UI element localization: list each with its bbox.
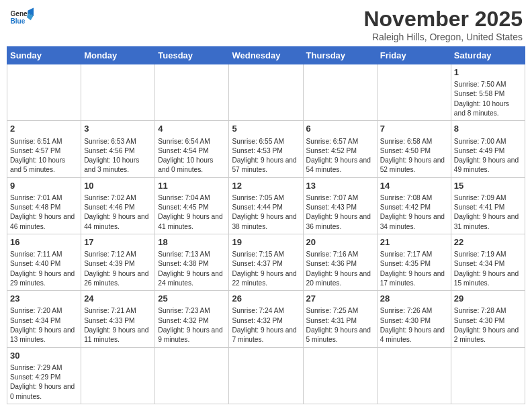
weekday-header-friday: Friday	[377, 47, 451, 64]
calendar-cell	[81, 347, 155, 404]
week-row-5: 23Sunrise: 7:20 AM Sunset: 4:34 PM Dayli…	[7, 291, 525, 347]
calendar-cell: 19Sunrise: 7:15 AM Sunset: 4:37 PM Dayli…	[229, 234, 303, 290]
logo-area: General Blue	[9, 7, 34, 31]
cell-content: Sunrise: 7:21 AM Sunset: 4:33 PM Dayligh…	[84, 306, 152, 345]
calendar-cell: 8Sunrise: 7:00 AM Sunset: 4:49 PM Daylig…	[451, 121, 525, 177]
day-number: 5	[232, 123, 300, 135]
day-number: 12	[232, 180, 300, 192]
cell-content: Sunrise: 6:55 AM Sunset: 4:53 PM Dayligh…	[232, 137, 300, 175]
calendar-cell	[377, 347, 451, 404]
cell-content: Sunrise: 7:50 AM Sunset: 5:58 PM Dayligh…	[454, 80, 522, 118]
cell-content: Sunrise: 7:29 AM Sunset: 4:29 PM Dayligh…	[10, 363, 78, 402]
cell-content: Sunrise: 7:09 AM Sunset: 4:41 PM Dayligh…	[454, 193, 522, 232]
day-number: 4	[158, 123, 226, 135]
cell-content: Sunrise: 7:07 AM Sunset: 4:43 PM Dayligh…	[306, 193, 374, 232]
calendar-cell: 25Sunrise: 7:23 AM Sunset: 4:32 PM Dayli…	[155, 291, 229, 347]
calendar-cell: 9Sunrise: 7:01 AM Sunset: 4:48 PM Daylig…	[7, 177, 81, 234]
cell-content: Sunrise: 7:17 AM Sunset: 4:35 PM Dayligh…	[380, 250, 448, 288]
day-number: 25	[158, 293, 226, 305]
calendar-cell: 14Sunrise: 7:08 AM Sunset: 4:42 PM Dayli…	[377, 177, 451, 234]
cell-content: Sunrise: 7:24 AM Sunset: 4:32 PM Dayligh…	[232, 306, 300, 345]
day-number: 11	[158, 180, 226, 192]
calendar-cell: 21Sunrise: 7:17 AM Sunset: 4:35 PM Dayli…	[377, 234, 451, 290]
cell-content: Sunrise: 7:00 AM Sunset: 4:49 PM Dayligh…	[454, 137, 522, 175]
calendar-cell: 20Sunrise: 7:16 AM Sunset: 4:36 PM Dayli…	[303, 234, 377, 290]
week-row-6: 30Sunrise: 7:29 AM Sunset: 4:29 PM Dayli…	[7, 347, 525, 404]
calendar-cell: 17Sunrise: 7:12 AM Sunset: 4:39 PM Dayli…	[81, 234, 155, 290]
calendar-cell: 26Sunrise: 7:24 AM Sunset: 4:32 PM Dayli…	[229, 291, 303, 347]
day-number: 18	[158, 236, 226, 248]
day-number: 17	[84, 236, 152, 248]
cell-content: Sunrise: 7:23 AM Sunset: 4:32 PM Dayligh…	[158, 306, 226, 345]
cell-content: Sunrise: 7:28 AM Sunset: 4:30 PM Dayligh…	[454, 306, 522, 345]
day-number: 19	[232, 236, 300, 248]
day-number: 28	[380, 293, 448, 305]
day-number: 15	[454, 180, 522, 192]
weekday-header-wednesday: Wednesday	[229, 47, 303, 64]
calendar-cell: 10Sunrise: 7:02 AM Sunset: 4:46 PM Dayli…	[81, 177, 155, 234]
calendar-cell: 11Sunrise: 7:04 AM Sunset: 4:45 PM Dayli…	[155, 177, 229, 234]
week-row-1: 1Sunrise: 7:50 AM Sunset: 5:58 PM Daylig…	[7, 64, 525, 121]
cell-content: Sunrise: 6:57 AM Sunset: 4:52 PM Dayligh…	[306, 137, 374, 175]
calendar-cell	[451, 347, 525, 404]
title-area: November 2025 Raleigh Hills, Oregon, Uni…	[363, 7, 523, 42]
cell-content: Sunrise: 7:11 AM Sunset: 4:40 PM Dayligh…	[10, 250, 78, 288]
weekday-header-thursday: Thursday	[303, 47, 377, 64]
svg-text:Blue: Blue	[10, 17, 25, 25]
calendar-cell: 16Sunrise: 7:11 AM Sunset: 4:40 PM Dayli…	[7, 234, 81, 290]
day-number: 29	[454, 293, 522, 305]
week-row-4: 16Sunrise: 7:11 AM Sunset: 4:40 PM Dayli…	[7, 234, 525, 290]
weekday-header-saturday: Saturday	[451, 47, 525, 64]
day-number: 20	[306, 236, 374, 248]
calendar-cell: 28Sunrise: 7:26 AM Sunset: 4:30 PM Dayli…	[377, 291, 451, 347]
calendar-table: SundayMondayTuesdayWednesdayThursdayFrid…	[7, 46, 525, 404]
cell-content: Sunrise: 7:26 AM Sunset: 4:30 PM Dayligh…	[380, 306, 448, 345]
cell-content: Sunrise: 6:51 AM Sunset: 4:57 PM Dayligh…	[10, 137, 78, 175]
weekday-header-monday: Monday	[81, 47, 155, 64]
day-number: 16	[10, 236, 78, 248]
calendar-cell: 18Sunrise: 7:13 AM Sunset: 4:38 PM Dayli…	[155, 234, 229, 290]
calendar-cell	[377, 64, 451, 121]
cell-content: Sunrise: 7:04 AM Sunset: 4:45 PM Dayligh…	[158, 193, 226, 232]
calendar-cell: 29Sunrise: 7:28 AM Sunset: 4:30 PM Dayli…	[451, 291, 525, 347]
header: General Blue November 2025 Raleigh Hills…	[7, 7, 525, 42]
day-number: 9	[10, 180, 78, 192]
calendar-cell	[155, 64, 229, 121]
calendar-cell	[229, 347, 303, 404]
general-blue-logo-icon: General Blue	[9, 7, 34, 31]
weekday-header-tuesday: Tuesday	[155, 47, 229, 64]
weekday-header-row: SundayMondayTuesdayWednesdayThursdayFrid…	[7, 47, 525, 64]
calendar-cell: 15Sunrise: 7:09 AM Sunset: 4:41 PM Dayli…	[451, 177, 525, 234]
day-number: 24	[84, 293, 152, 305]
cell-content: Sunrise: 7:16 AM Sunset: 4:36 PM Dayligh…	[306, 250, 374, 288]
cell-content: Sunrise: 7:25 AM Sunset: 4:31 PM Dayligh…	[306, 306, 374, 345]
calendar-cell: 22Sunrise: 7:19 AM Sunset: 4:34 PM Dayli…	[451, 234, 525, 290]
calendar-cell: 5Sunrise: 6:55 AM Sunset: 4:53 PM Daylig…	[229, 121, 303, 177]
calendar-cell: 4Sunrise: 6:54 AM Sunset: 4:54 PM Daylig…	[155, 121, 229, 177]
calendar-cell: 24Sunrise: 7:21 AM Sunset: 4:33 PM Dayli…	[81, 291, 155, 347]
day-number: 2	[10, 123, 78, 135]
calendar-cell: 23Sunrise: 7:20 AM Sunset: 4:34 PM Dayli…	[7, 291, 81, 347]
week-row-2: 2Sunrise: 6:51 AM Sunset: 4:57 PM Daylig…	[7, 121, 525, 177]
calendar-cell: 12Sunrise: 7:05 AM Sunset: 4:44 PM Dayli…	[229, 177, 303, 234]
month-title: November 2025	[363, 7, 523, 32]
day-number: 1	[454, 66, 522, 79]
day-number: 10	[84, 180, 152, 192]
day-number: 13	[306, 180, 374, 192]
cell-content: Sunrise: 7:08 AM Sunset: 4:42 PM Dayligh…	[380, 193, 448, 232]
day-number: 7	[380, 123, 448, 135]
location-subtitle: Raleigh Hills, Oregon, United States	[363, 32, 523, 42]
day-number: 23	[10, 293, 78, 305]
day-number: 6	[306, 123, 374, 135]
calendar-cell	[303, 64, 377, 121]
week-row-3: 9Sunrise: 7:01 AM Sunset: 4:48 PM Daylig…	[7, 177, 525, 234]
calendar-cell	[303, 347, 377, 404]
cell-content: Sunrise: 6:53 AM Sunset: 4:56 PM Dayligh…	[84, 137, 152, 175]
calendar-cell	[155, 347, 229, 404]
day-number: 3	[84, 123, 152, 135]
cell-content: Sunrise: 6:54 AM Sunset: 4:54 PM Dayligh…	[158, 137, 226, 175]
cell-content: Sunrise: 7:19 AM Sunset: 4:34 PM Dayligh…	[454, 250, 522, 288]
day-number: 27	[306, 293, 374, 305]
cell-content: Sunrise: 7:20 AM Sunset: 4:34 PM Dayligh…	[10, 306, 78, 345]
cell-content: Sunrise: 7:05 AM Sunset: 4:44 PM Dayligh…	[232, 193, 300, 232]
